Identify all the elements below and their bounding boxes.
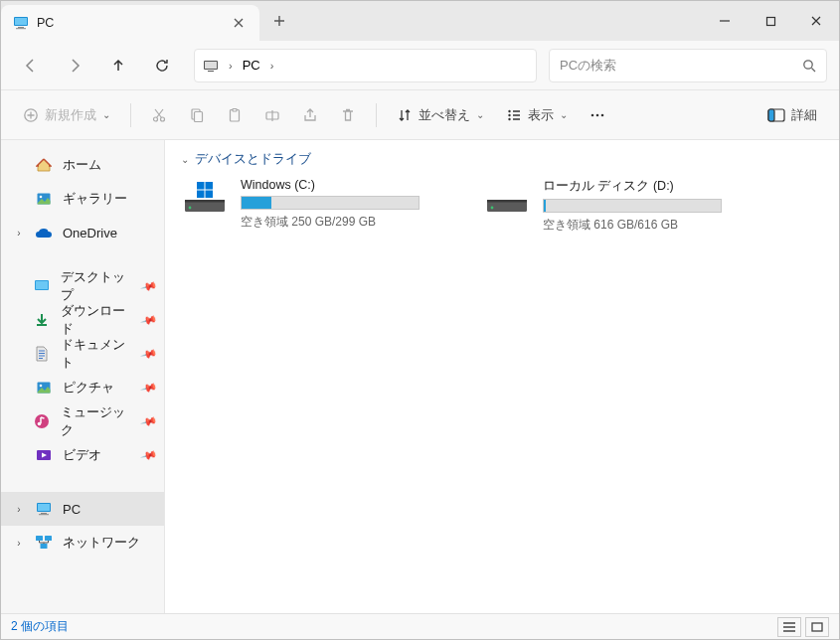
new-button[interactable]: 新規作成 ⌄: [15, 97, 118, 133]
expand-icon[interactable]: ›: [13, 504, 25, 515]
chevron-down-icon: ⌄: [476, 109, 484, 120]
sidebar-label: ドキュメント: [61, 336, 132, 372]
details-pane-button[interactable]: 詳細: [759, 97, 825, 133]
sidebar-item-gallery[interactable]: ギャラリー: [1, 182, 164, 216]
pin-icon: 📌: [140, 379, 159, 397]
sidebar-item-network[interactable]: › ネットワーク: [1, 526, 164, 560]
svg-point-22: [601, 113, 604, 116]
sidebar-item-videos[interactable]: ビデオ 📌: [1, 438, 164, 472]
paste-button[interactable]: [219, 97, 251, 133]
sidebar-item-pc[interactable]: › PC: [1, 492, 164, 526]
pc-icon: [35, 500, 53, 518]
sort-label: 並べ替え: [419, 106, 470, 124]
back-button[interactable]: [11, 48, 51, 83]
tab-title: PC: [37, 16, 222, 30]
chevron-down-icon: ⌄: [560, 109, 568, 120]
sidebar-item-music[interactable]: ミュージック 📌: [1, 404, 164, 438]
svg-rect-36: [41, 513, 47, 514]
delete-button[interactable]: [332, 97, 364, 133]
svg-rect-28: [36, 281, 48, 289]
svg-point-43: [189, 207, 192, 210]
sidebar-item-onedrive[interactable]: › OneDrive: [1, 216, 164, 249]
svg-point-20: [591, 113, 594, 116]
svg-rect-35: [38, 504, 50, 511]
sidebar-item-downloads[interactable]: ダウンロード 📌: [1, 303, 164, 337]
svg-point-30: [40, 385, 43, 388]
nav-bar: › PC ›: [1, 41, 839, 90]
status-bar: 2 個の項目: [1, 613, 839, 639]
drive-usage-bar: [241, 196, 420, 210]
cut-button[interactable]: [143, 97, 175, 133]
pin-icon: 📌: [140, 311, 159, 329]
music-icon: [34, 412, 51, 430]
sidebar-label: OneDrive: [63, 226, 117, 240]
svg-rect-46: [197, 191, 205, 199]
address-bar[interactable]: › PC ›: [194, 49, 537, 82]
details-view-button[interactable]: [777, 617, 801, 637]
sidebar-label: PC: [63, 502, 81, 517]
share-button[interactable]: [294, 97, 326, 133]
svg-point-8: [804, 60, 812, 68]
expand-icon[interactable]: ›: [13, 538, 25, 549]
pc-icon: [13, 15, 29, 31]
minimize-button[interactable]: [702, 1, 748, 41]
chevron-right-icon[interactable]: ›: [270, 60, 274, 72]
svg-rect-37: [39, 514, 49, 515]
drive-item[interactable]: ローカル ディスク (D:)空き領域 616 GB/616 GB: [483, 178, 761, 234]
details-label: 詳細: [791, 106, 817, 124]
drive-space-text: 空き領域 250 GB/299 GB: [241, 214, 459, 231]
refresh-button[interactable]: [142, 48, 182, 83]
up-button[interactable]: [98, 48, 138, 83]
sidebar-item-documents[interactable]: ドキュメント 📌: [1, 337, 164, 371]
pin-icon: 📌: [140, 345, 159, 363]
sidebar-label: ネットワーク: [63, 534, 140, 552]
forward-button[interactable]: [55, 48, 94, 83]
drive-usage-bar: [543, 199, 722, 213]
svg-rect-1: [15, 18, 27, 25]
view-button[interactable]: 表示 ⌄: [498, 97, 576, 133]
svg-rect-51: [812, 623, 822, 631]
network-icon: [35, 534, 53, 552]
sidebar-label: ビデオ: [63, 446, 101, 464]
svg-rect-2: [18, 27, 24, 28]
sidebar-item-pictures[interactable]: ピクチャ 📌: [1, 371, 164, 404]
rename-button[interactable]: [256, 97, 288, 133]
title-bar: PC: [1, 1, 839, 41]
item-count: 2 個の項目: [11, 618, 69, 635]
sidebar-label: ホーム: [63, 156, 101, 174]
copy-button[interactable]: [181, 97, 213, 133]
chevron-down-icon: ⌄: [181, 154, 189, 165]
window-tab[interactable]: PC: [1, 5, 259, 41]
svg-rect-3: [16, 28, 26, 29]
more-button[interactable]: [582, 97, 613, 133]
expand-icon[interactable]: ›: [13, 228, 25, 239]
search-box[interactable]: [549, 49, 827, 82]
pictures-icon: [35, 379, 53, 397]
breadcrumb-pc[interactable]: PC: [243, 58, 260, 73]
sidebar-item-desktop[interactable]: デスクトップ 📌: [1, 269, 164, 303]
chevron-down-icon: ⌄: [102, 109, 110, 120]
sort-button[interactable]: 並べ替え ⌄: [389, 97, 492, 133]
svg-rect-47: [206, 191, 214, 199]
drive-icon: [181, 178, 229, 218]
svg-rect-45: [206, 182, 214, 190]
svg-rect-4: [766, 17, 774, 25]
close-tab-button[interactable]: [230, 14, 248, 32]
sidebar-item-home[interactable]: ホーム: [1, 148, 164, 182]
navigation-pane: ホーム ギャラリー › OneDrive デスクトップ 📌 ダウンロード 📌: [1, 140, 165, 613]
svg-rect-24: [768, 109, 774, 121]
svg-point-50: [491, 207, 494, 210]
drive-name: Windows (C:): [241, 178, 459, 192]
pin-icon: 📌: [140, 277, 159, 295]
search-input[interactable]: [560, 58, 802, 73]
drive-icon: [483, 178, 531, 218]
close-window-button[interactable]: [793, 1, 839, 41]
sidebar-label: ダウンロード: [61, 302, 132, 338]
group-header[interactable]: ⌄ デバイスとドライブ: [181, 150, 823, 168]
pin-icon: 📌: [140, 412, 159, 430]
icons-view-button[interactable]: [805, 617, 829, 637]
new-tab-button[interactable]: [259, 1, 299, 41]
desktop-icon: [34, 277, 51, 295]
drive-item[interactable]: Windows (C:)空き領域 250 GB/299 GB: [181, 178, 459, 234]
maximize-button[interactable]: [748, 1, 793, 41]
